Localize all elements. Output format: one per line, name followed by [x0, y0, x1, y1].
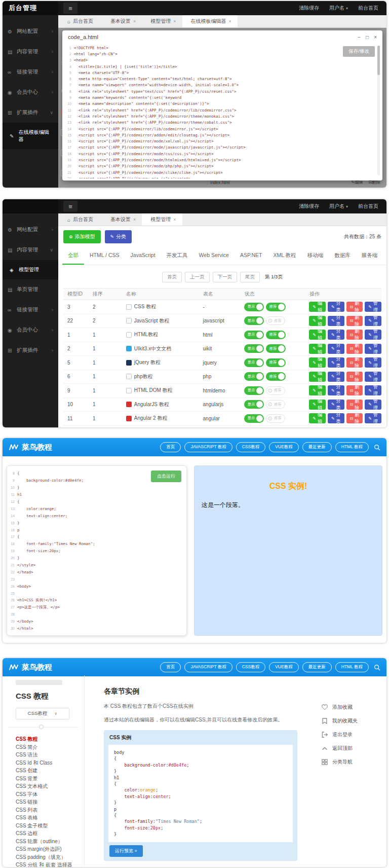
sidebar-item-page-management[interactable]: ▤ 单页管理 — [3, 279, 58, 300]
recommend-toggle[interactable]: 推荐 — [266, 331, 286, 339]
chapter-link[interactable]: CSS 列表 — [16, 806, 84, 814]
frontend-home-link[interactable]: 前台首页 — [358, 203, 378, 210]
nav-link[interactable]: CSS教程 — [236, 662, 265, 672]
sidebar-item[interactable]: ⚙ 网站配置 › — [3, 220, 58, 240]
sidebar-item[interactable]: ⊞ 扩展插件 › — [3, 340, 58, 360]
manage-button[interactable]: ✎管理 — [365, 385, 381, 395]
chapter-link[interactable]: CSS 表格 — [16, 814, 84, 822]
tutorial-select[interactable]: CSS教程∨ — [16, 708, 69, 719]
classify-button[interactable]: ✎分类 — [328, 344, 344, 354]
delete-button[interactable]: ⊟删除 — [346, 400, 363, 410]
manage-button[interactable]: ✎管理 — [365, 316, 381, 326]
nav-link[interactable]: JAVASCRIPT 教程 — [184, 662, 232, 672]
category-tab[interactable]: 移动端 — [302, 247, 329, 265]
delete-button[interactable]: ⊟删除 — [346, 413, 363, 423]
my-bookmarks-link[interactable]: 我的收藏夹 — [322, 717, 358, 725]
category-tab[interactable]: XML 教程 — [268, 247, 302, 265]
nav-link[interactable]: 最近更新 — [302, 662, 332, 672]
category-tab[interactable]: Web Service — [193, 247, 235, 265]
edit-button[interactable]: ✎编辑 — [309, 385, 326, 395]
manage-button[interactable]: ✎管理 — [365, 330, 381, 340]
tab-close-icon[interactable]: × — [133, 217, 136, 222]
sidebar-item[interactable]: ▤ 内容管理 › — [3, 42, 58, 62]
visible-toggle[interactable]: 显示 — [244, 414, 264, 423]
classify-button[interactable]: ✎分类 — [328, 302, 344, 312]
frontend-home-link[interactable]: 前台首页 — [358, 5, 378, 12]
edit-button[interactable]: ✎编辑 — [309, 372, 326, 382]
classify-button[interactable]: ✎分类 — [328, 330, 344, 340]
sidebar-item-template-editor[interactable]: ✎ 在线模板编辑器 — [3, 123, 58, 149]
close-icon[interactable]: × — [374, 34, 377, 40]
tab[interactable]: ⌂ 后台首页 — [61, 213, 102, 226]
manage-button[interactable]: ✎管理 — [365, 357, 381, 368]
chapter-link[interactable]: CSS 文本格式 — [16, 782, 84, 790]
next-page-button[interactable]: 下一页 — [213, 272, 238, 282]
run-button[interactable]: 点击运行 — [151, 471, 181, 482]
manage-button[interactable]: ✎管理 — [365, 400, 381, 410]
edit-button[interactable]: ✎编辑 — [309, 413, 326, 423]
sidebar-item[interactable]: ⚙ 网站配置 › — [3, 21, 58, 42]
chapter-link[interactable]: CSS 边框 — [16, 829, 84, 838]
sidebar-item[interactable]: ⊞ 扩展插件 ∨ — [3, 102, 58, 123]
category-tab[interactable]: 开发工具 — [161, 247, 193, 265]
recommend-toggle[interactable]: 推荐 — [266, 303, 286, 311]
search-icon[interactable] — [374, 664, 380, 671]
category-tab[interactable]: HTML / CSS — [84, 247, 125, 265]
nav-link[interactable]: 首页 — [160, 662, 181, 672]
nav-link[interactable]: 最近更新 — [302, 442, 332, 452]
last-page-button[interactable]: 尾页 — [240, 272, 260, 282]
recommend-toggle[interactable]: 推荐 — [266, 344, 286, 353]
chapter-link[interactable]: CSS Id 和 Class — [16, 759, 84, 767]
category-tab[interactable]: 数据库 — [329, 247, 356, 265]
chapter-link[interactable]: CSS 语法 — [16, 751, 84, 759]
category-nav-link[interactable]: 分类导航 — [322, 758, 358, 766]
manage-button[interactable]: ✎管理 — [365, 372, 381, 382]
back-to-top-link[interactable]: 返回顶部 — [322, 745, 358, 752]
edit-button[interactable]: ✎编辑 — [309, 400, 326, 410]
tab-close-icon[interactable]: × — [133, 19, 136, 24]
tab-close-icon[interactable]: × — [173, 19, 176, 24]
chapter-link[interactable]: CSS 字体 — [16, 790, 84, 799]
chapter-link[interactable]: CSS 轮廓（outline） — [16, 838, 84, 846]
chapter-link[interactable]: CSS 盒子模型 — [16, 822, 84, 830]
sidebar-item[interactable]: ◉ 会员中心 › — [3, 82, 58, 102]
nav-link[interactable]: CSS教程 — [236, 442, 265, 452]
tab-close-icon[interactable]: × — [173, 217, 176, 222]
tab[interactable]: 基本设置 × — [102, 15, 142, 27]
classify-button[interactable]: ✎分类 — [328, 372, 344, 382]
maximize-icon[interactable]: □ — [366, 34, 369, 40]
recommend-toggle[interactable]: ⊙推荐 — [266, 316, 285, 325]
chapter-link[interactable]: CSS margin(外边距) — [16, 845, 84, 853]
delete-button[interactable]: ⊟删除 — [346, 372, 363, 382]
classify-button[interactable]: ✎分类 — [328, 400, 344, 410]
category-tab[interactable]: JavaScript — [125, 247, 161, 265]
manage-button[interactable]: ✎管理 — [365, 344, 381, 354]
delete-button[interactable]: ⊟删除 — [346, 357, 363, 368]
manage-button[interactable]: ✎管理 — [365, 302, 381, 312]
minimize-icon[interactable]: − — [358, 34, 361, 40]
nav-link[interactable]: HTML 教程 — [335, 662, 369, 672]
manage-button[interactable]: ✎管理 — [365, 413, 381, 423]
category-tab[interactable]: 网站建设 — [383, 247, 386, 265]
visible-toggle[interactable]: 显示 — [244, 386, 264, 395]
chapter-link[interactable]: CSS 链接 — [16, 798, 84, 806]
recommend-toggle[interactable]: ⊙推荐 — [266, 414, 285, 423]
scrollbar[interactable] — [377, 46, 380, 175]
visible-toggle[interactable]: 显示 — [244, 303, 264, 311]
visible-toggle[interactable]: 显示 — [244, 372, 264, 381]
chapter-link[interactable]: CSS 背景 — [16, 775, 84, 783]
chapter-link[interactable]: CSS 创建 — [16, 767, 84, 775]
code-editor[interactable]: 1 <!DOCTYPE html> 2 <html lang="zh-CN"> … — [65, 44, 374, 178]
site-logo[interactable]: 菜鸟教程 — [9, 663, 52, 672]
nav-link[interactable]: VUE教程 — [269, 662, 298, 672]
username-menu[interactable]: 用户名 ▾ — [329, 203, 348, 210]
chapter-link[interactable]: CSS 分组 和 嵌套 选择器 — [16, 861, 84, 867]
edit-button[interactable]: ✎编辑 — [309, 344, 326, 354]
visible-toggle[interactable]: 显示 — [244, 331, 264, 339]
nav-link[interactable]: JAVASCRIPT 教程 — [184, 442, 232, 452]
menu-toggle-icon[interactable]: ≡ — [63, 201, 77, 212]
first-page-button[interactable]: 首页 — [162, 272, 182, 282]
tab[interactable]: 在线模板编辑器 × — [182, 15, 238, 27]
chapter-link[interactable]: CSS padding（填充） — [16, 853, 84, 861]
add-model-button[interactable]: ⊕添加模型 — [63, 230, 101, 243]
